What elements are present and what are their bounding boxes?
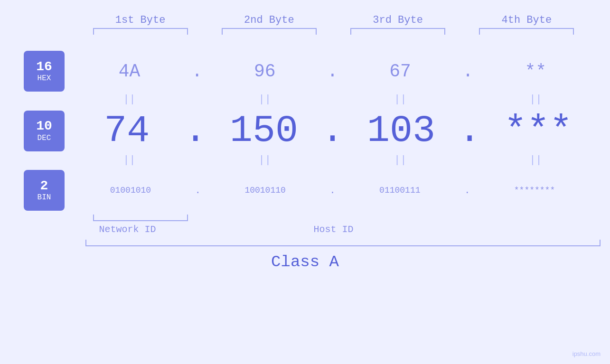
bracket-bottom-2 (217, 213, 321, 221)
bin-b3: 01100111 (347, 186, 452, 195)
rows-area: 16 HEX 4A . 96 . 67 . ** (0, 46, 610, 211)
eq-1-b2: || (213, 93, 317, 105)
bracket-top-3 (346, 28, 450, 37)
hex-b2: 96 (213, 61, 317, 82)
bracket-top-4 (474, 28, 579, 37)
equals-row-1: || || || || (24, 93, 591, 105)
byte-header-1: 1st Byte (88, 14, 193, 26)
watermark: ipshu.com (572, 350, 601, 357)
eq-1-b4: || (484, 93, 588, 105)
byte-header-2: 2nd Byte (217, 14, 321, 26)
bracket-bottom-3 (346, 213, 450, 221)
byte-header-3: 3rd Byte (346, 14, 450, 26)
eq-2-b2: || (213, 154, 317, 166)
top-brackets (0, 28, 610, 37)
dec-b1: 74 (75, 109, 179, 152)
dec-badge: 10 DEC (24, 111, 65, 151)
hex-row: 16 HEX 4A . 96 . 67 . ** (24, 51, 591, 92)
hex-values: 4A . 96 . 67 . ** (74, 61, 591, 82)
host-id-label: Host ID (179, 224, 488, 235)
bracket-top-2 (217, 28, 321, 37)
bin-b1: 01001010 (78, 186, 183, 195)
bin-b4: ******** (482, 186, 587, 195)
bin-b2: 10010110 (213, 186, 318, 195)
dec-b3: 103 (349, 109, 453, 152)
bracket-bottom-4 (474, 213, 579, 221)
dec-values: 74 . 150 . 103 . *** (74, 109, 591, 152)
hex-b3: 67 (348, 61, 452, 82)
hex-b4: ** (483, 61, 588, 82)
eq-1-b3: || (348, 93, 452, 105)
eq-1-b1: || (77, 93, 181, 105)
byte-headers: 1st Byte 2nd Byte 3rd Byte 4th Byte (0, 14, 610, 26)
id-labels: Network ID Host ID (0, 224, 610, 235)
eq-2-b1: || (77, 154, 181, 166)
byte-header-4: 4th Byte (474, 14, 579, 26)
bracket-bottom-1 (88, 213, 193, 221)
bracket-top-1 (88, 28, 193, 37)
hex-badge: 16 HEX (24, 51, 65, 92)
class-label: Class A (0, 253, 610, 271)
dec-row: 10 DEC 74 . 150 . 103 . *** (24, 109, 591, 152)
bin-badge: 2 BIN (24, 170, 65, 211)
bin-values: 01001010 . 10010110 . 01100111 . *******… (74, 185, 591, 196)
dec-b4: *** (486, 109, 591, 152)
eq-2-b3: || (348, 154, 452, 166)
bin-row: 2 BIN 01001010 . 10010110 . 01100111 . *… (24, 170, 591, 211)
main-container: 1st Byte 2nd Byte 3rd Byte 4th Byte 16 H… (0, 0, 610, 364)
network-id-label: Network ID (76, 224, 179, 235)
eq-2-b4: || (484, 154, 588, 166)
hex-b1: 4A (77, 61, 182, 82)
dec-b2: 150 (212, 109, 316, 152)
equals-row-2: || || || || (24, 154, 591, 166)
outer-bracket (85, 238, 601, 246)
bottom-brackets (0, 213, 610, 221)
